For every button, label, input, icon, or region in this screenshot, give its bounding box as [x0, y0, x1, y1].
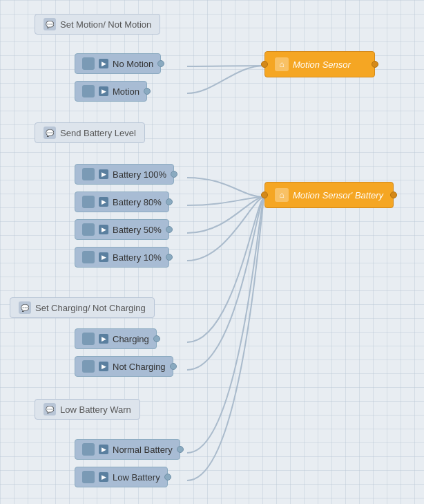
- inject-motion[interactable]: ▶ Motion: [75, 81, 147, 102]
- group-label-send-battery: 💬 Send Battery Level: [35, 122, 145, 143]
- group-label-low-battery-warn: 💬 Low Battery Warn: [35, 399, 140, 420]
- inject-label-motion: Motion: [113, 86, 139, 97]
- output-label-motion-sensor: Motion Sensor: [293, 59, 351, 70]
- port-out-motion: [144, 88, 151, 95]
- port-out-battery-50: [166, 226, 173, 233]
- arrow-icon-battery-50: ▶: [99, 225, 108, 234]
- port-out-battery: [390, 192, 397, 198]
- inject-button-low-battery[interactable]: [82, 471, 95, 483]
- arrow-icon-no-motion: ▶: [99, 59, 108, 68]
- port-out-motion-sensor: [372, 61, 378, 68]
- port-in-motion-sensor-battery: [261, 192, 268, 198]
- inject-label-charging: Charging: [113, 334, 149, 344]
- output-motion-sensor-battery[interactable]: ⌂ Motion Sensor' Battery: [264, 182, 394, 208]
- inject-label-battery-80: Battery 80%: [113, 197, 162, 207]
- comment-icon-battery: 💬: [44, 127, 56, 139]
- home-icon-battery: ⌂: [275, 188, 289, 202]
- inject-label-battery-10: Battery 10%: [113, 252, 162, 263]
- port-in-motion-sensor: [261, 61, 268, 68]
- output-motion-sensor[interactable]: ⌂ Motion Sensor: [264, 51, 375, 77]
- arrow-icon-not-charging: ▶: [99, 362, 108, 371]
- inject-button-motion[interactable]: [82, 85, 95, 97]
- port-out-low-battery: [164, 474, 171, 480]
- inject-button-battery-80[interactable]: [82, 196, 95, 208]
- inject-label-battery-50: Battery 50%: [113, 225, 162, 235]
- inject-button-not-charging[interactable]: [82, 360, 95, 373]
- arrow-icon-battery-80: ▶: [99, 197, 108, 207]
- inject-label-normal-battery: Normal Battery: [113, 445, 173, 455]
- inject-low-battery[interactable]: ▶ Low Battery: [75, 467, 168, 487]
- inject-button-no-motion[interactable]: [82, 57, 95, 70]
- comment-icon-low-battery: 💬: [44, 403, 56, 416]
- inject-button-charging[interactable]: [82, 333, 95, 345]
- inject-label-battery-100: Battery 100%: [113, 169, 166, 180]
- group-label-text-battery: Send Battery Level: [60, 128, 136, 138]
- port-out-not-charging: [170, 363, 177, 370]
- inject-not-charging[interactable]: ▶ Not Charging: [75, 356, 173, 377]
- output-label-battery: Motion Sensor' Battery: [293, 190, 383, 200]
- inject-button-battery-10[interactable]: [82, 251, 95, 263]
- comment-icon: 💬: [44, 18, 56, 30]
- inject-label-no-motion: No Motion: [113, 59, 153, 69]
- inject-battery-100[interactable]: ▶ Battery 100%: [75, 164, 174, 185]
- arrow-icon-battery-10: ▶: [99, 252, 108, 262]
- inject-battery-10[interactable]: ▶ Battery 10%: [75, 247, 169, 268]
- inject-button-battery-50[interactable]: [82, 223, 95, 236]
- port-out-battery-80: [166, 198, 173, 205]
- group-label-set-motion: 💬 Set Motion/ Not Motion: [35, 14, 160, 35]
- arrow-icon-battery-100: ▶: [99, 169, 108, 179]
- arrow-icon-motion: ▶: [99, 86, 108, 96]
- inject-no-motion[interactable]: ▶ No Motion: [75, 53, 161, 74]
- inject-button-battery-100[interactable]: [82, 168, 95, 180]
- inject-battery-50[interactable]: ▶ Battery 50%: [75, 219, 169, 240]
- inject-battery-80[interactable]: ▶ Battery 80%: [75, 192, 169, 212]
- inject-normal-battery[interactable]: ▶ Normal Battery: [75, 439, 180, 460]
- group-label-text: Set Motion/ Not Motion: [60, 19, 151, 30]
- port-out-battery-100: [171, 171, 177, 178]
- group-label-set-charging: 💬 Set Charging/ Not Charging: [10, 297, 155, 318]
- arrow-icon-normal-battery: ▶: [99, 445, 108, 454]
- arrow-icon-charging: ▶: [99, 334, 108, 344]
- inject-charging[interactable]: ▶ Charging: [75, 328, 157, 349]
- port-out-normal-battery: [177, 446, 184, 453]
- inject-label-not-charging: Not Charging: [113, 362, 166, 372]
- group-label-text-charging: Set Charging/ Not Charging: [35, 303, 146, 313]
- port-out-charging: [153, 335, 160, 342]
- comment-icon-charging: 💬: [19, 301, 31, 314]
- port-out-no-motion: [157, 60, 164, 67]
- inject-label-low-battery: Low Battery: [113, 472, 160, 483]
- port-out-battery-10: [166, 254, 173, 261]
- arrow-icon-low-battery: ▶: [99, 472, 108, 482]
- inject-button-normal-battery[interactable]: [82, 443, 95, 456]
- home-icon-motion-sensor: ⌂: [275, 57, 289, 71]
- group-label-text-low-battery: Low Battery Warn: [60, 404, 131, 415]
